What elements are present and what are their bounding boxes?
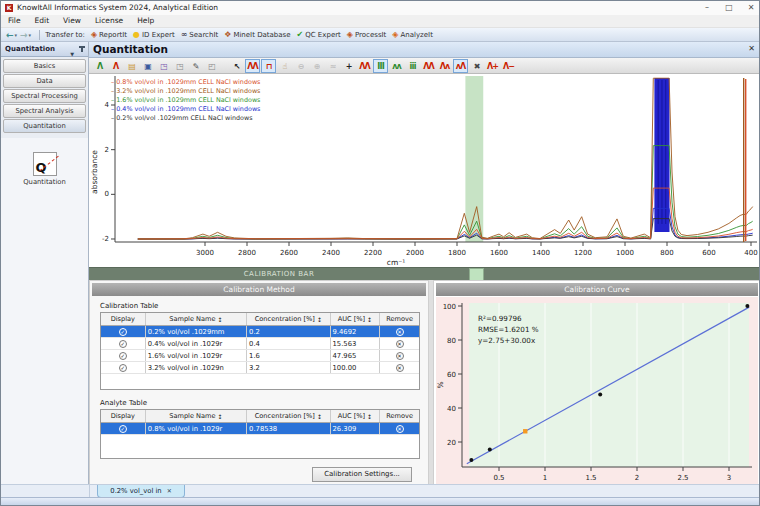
normalize-icon[interactable]: ʌΛ bbox=[453, 59, 468, 73]
data-point[interactable] bbox=[469, 458, 473, 462]
table-row[interactable]: ✓3.2% vol/vol in .1029n3.2100.00✕ bbox=[101, 362, 419, 374]
spectrum-chart[interactable]: 420-230002800260024002200200018001600140… bbox=[89, 74, 760, 267]
remove-icon[interactable]: ✕ bbox=[396, 328, 404, 336]
y-axis-label: % bbox=[436, 381, 445, 388]
table-row[interactable]: ✓0.4% vol/vol in .1029r0.415.563✕ bbox=[101, 338, 419, 350]
sidebar-item-basics[interactable]: Basics bbox=[3, 59, 86, 73]
sidebar-item-spectral-processing[interactable]: Spectral Processing bbox=[3, 89, 86, 103]
pan-hand-icon[interactable]: ☝ bbox=[277, 59, 292, 73]
pin-icon[interactable] bbox=[81, 46, 83, 52]
column-header-auc-[interactable]: AUC [%]↕ bbox=[330, 313, 380, 325]
y-tick-label: 40 bbox=[447, 405, 456, 413]
save-icon[interactable]: ▣ bbox=[140, 59, 155, 73]
remove-icon[interactable]: ✕ bbox=[396, 352, 404, 360]
sidebar-item-quantitation[interactable]: Quantitation bbox=[3, 119, 86, 133]
minimize-button[interactable]: – bbox=[697, 1, 717, 14]
display-check-icon[interactable]: ✓ bbox=[119, 328, 127, 336]
toolbar-button-label: QC Expert bbox=[305, 31, 341, 39]
compare-icon[interactable]: Λʌ bbox=[437, 59, 452, 73]
data-point[interactable] bbox=[598, 392, 602, 396]
open-folder-icon[interactable]: ▤ bbox=[124, 59, 139, 73]
offset-spectra-icon[interactable]: ʌʌ bbox=[389, 59, 404, 73]
edit-note-icon[interactable]: ✎ bbox=[188, 59, 203, 73]
sidebar-item-data[interactable]: Data bbox=[3, 74, 86, 88]
column-header-concentration-[interactable]: Concentration [%]↕ bbox=[246, 313, 329, 325]
toolbar-button-processit[interactable]: ◈ProcessIt bbox=[347, 31, 387, 39]
calibration-curve-chart[interactable]: 204060801000.511.522.53%%R²=0.99796RMSE=… bbox=[436, 297, 758, 506]
add-peak-icon[interactable]: Λ+ bbox=[485, 59, 500, 73]
close-button[interactable]: ✕ bbox=[741, 1, 760, 14]
stack-display-icon[interactable]: Ⅲ bbox=[373, 59, 388, 73]
region-select-icon[interactable]: ⊓ bbox=[261, 59, 276, 73]
display-check-icon[interactable]: ✓ bbox=[119, 340, 127, 348]
quantitation-icon[interactable]: Q bbox=[33, 152, 57, 176]
remove-icon[interactable]: ✕ bbox=[396, 364, 404, 372]
column-header-sample-name[interactable]: Sample Name↕ bbox=[145, 410, 246, 422]
main-toolbar: ←▾→▾Transfer to:◈ReportIt●ID Expert∞Sear… bbox=[1, 28, 760, 42]
remove-peak-icon[interactable]: Λ− bbox=[501, 59, 516, 73]
zoom-out-icon: ⊖ bbox=[293, 59, 308, 73]
column-header-concentration-[interactable]: Concentration [%]↕ bbox=[246, 410, 329, 422]
chevron-down-icon[interactable]: ▾ bbox=[15, 32, 18, 38]
toolbar-button-searchit[interactable]: ∞SearchIt bbox=[181, 31, 219, 39]
sort-icon[interactable]: ↕ bbox=[367, 316, 372, 323]
sidebar-header[interactable]: Quantitation ▼ bbox=[1, 42, 88, 57]
menu-view[interactable]: View bbox=[56, 15, 88, 26]
remove-icon[interactable]: ✕ bbox=[396, 340, 404, 348]
x-tick-label: 2800 bbox=[238, 249, 256, 257]
toolbar-button-mineit-database[interactable]: ❖MineIt Database bbox=[224, 31, 290, 39]
forward-arrow-icon[interactable]: → bbox=[20, 30, 28, 40]
display-check-icon[interactable]: ✓ bbox=[119, 364, 127, 372]
toolbar-button-analyzeit[interactable]: ◈AnalyzeIt bbox=[392, 31, 433, 39]
data-point[interactable] bbox=[745, 304, 749, 308]
analyte-point[interactable] bbox=[523, 429, 527, 433]
maximize-button[interactable]: □ bbox=[719, 1, 739, 14]
tab-close-icon[interactable]: ✕ bbox=[167, 487, 172, 494]
sidebar-item-spectral-analysis[interactable]: Spectral Analysis bbox=[3, 104, 86, 118]
transfer-icon[interactable]: ◳ bbox=[156, 59, 171, 73]
sort-icon[interactable]: ↕ bbox=[218, 413, 223, 420]
table-row[interactable]: ✓0.8% vol/vol in .1029r0.7853826.309✕ bbox=[101, 423, 419, 435]
paste-icon[interactable]: ◰ bbox=[204, 59, 219, 73]
peaks-red-icon[interactable]: Λ bbox=[108, 59, 123, 73]
legend-entry: – 1.6% vol/vol in .1029mm CELL NaCl wind… bbox=[111, 96, 261, 104]
calibration-settings-button[interactable]: Calibration Settings... bbox=[312, 467, 412, 482]
toolbar-button-id-expert[interactable]: ●ID Expert bbox=[133, 31, 175, 39]
peak-tool-icon[interactable]: Λ bbox=[92, 59, 107, 73]
status-bar bbox=[1, 497, 760, 506]
table-row[interactable]: ✓1.6% vol/vol in .1029r1.647.965✕ bbox=[101, 350, 419, 362]
subtract-icon[interactable]: ΛΛ bbox=[421, 59, 436, 73]
chevron-down-icon[interactable]: ▾ bbox=[29, 32, 32, 38]
menu-license[interactable]: License bbox=[88, 15, 130, 26]
toolbar-button-qc-expert[interactable]: ✔QC Expert bbox=[297, 31, 341, 39]
y-tick-label: 100 bbox=[443, 303, 456, 311]
crosshair-icon[interactable]: + bbox=[341, 59, 356, 73]
pane-close-icon[interactable]: ✕ bbox=[748, 44, 755, 53]
sort-icon[interactable]: ↕ bbox=[218, 316, 223, 323]
selected-region-band[interactable] bbox=[465, 76, 483, 242]
overlay-spectra-icon[interactable]: ΛΛ bbox=[357, 59, 372, 73]
column-header-sample-name[interactable]: Sample Name↕ bbox=[145, 313, 246, 325]
back-arrow-icon[interactable]: ← bbox=[6, 30, 14, 40]
select-cursor-icon[interactable]: ↖ bbox=[229, 59, 244, 73]
data-point[interactable] bbox=[488, 448, 492, 452]
column-header-auc-[interactable]: AUC [%]↕ bbox=[330, 410, 380, 422]
column-header-remove: Remove bbox=[379, 313, 419, 325]
display-check-icon[interactable]: ✓ bbox=[119, 352, 127, 360]
sort-icon[interactable]: ↕ bbox=[317, 413, 322, 420]
menu-file[interactable]: File bbox=[1, 15, 28, 26]
peak-pick-icon[interactable]: ΛΛ bbox=[245, 59, 260, 73]
calibration-bar[interactable]: CALIBRATION BAR bbox=[89, 267, 760, 280]
menu-edit[interactable]: Edit bbox=[28, 15, 57, 26]
toolbar-button-reportit[interactable]: ◈ReportIt bbox=[91, 31, 127, 39]
sort-icon[interactable]: ↕ bbox=[317, 316, 322, 323]
grid-display-icon[interactable]: ⅲ bbox=[405, 59, 420, 73]
menu-help[interactable]: Help bbox=[130, 15, 161, 26]
table-row[interactable]: ✓0.2% vol/vol .1029mm0.29.4692✕ bbox=[101, 326, 419, 338]
copy-icon[interactable]: ◳ bbox=[172, 59, 187, 73]
y-tick-label: 80 bbox=[447, 337, 456, 345]
display-check-icon[interactable]: ✓ bbox=[119, 425, 127, 433]
clear-peaks-icon[interactable]: ✖ bbox=[469, 59, 484, 73]
sort-icon[interactable]: ↕ bbox=[367, 413, 372, 420]
remove-icon[interactable]: ✕ bbox=[396, 425, 404, 433]
